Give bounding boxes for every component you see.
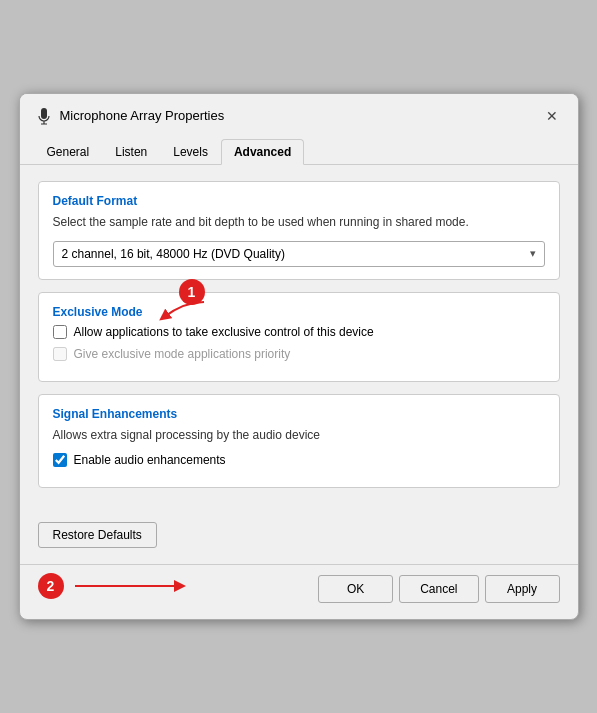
tab-general[interactable]: General <box>34 139 103 165</box>
exclusive-priority-checkbox <box>53 347 67 361</box>
exclusive-control-checkbox[interactable] <box>53 325 67 339</box>
dialog-window: Microphone Array Properties ✕ General Li… <box>19 93 579 621</box>
tab-advanced[interactable]: Advanced <box>221 139 304 165</box>
tab-listen[interactable]: Listen <box>102 139 160 165</box>
signal-enhancements-title: Signal Enhancements <box>53 407 545 421</box>
microphone-icon <box>34 106 54 126</box>
enable-enhancements-label: Enable audio enhancements <box>74 453 226 467</box>
enable-enhancements-row: Enable audio enhancements <box>53 453 545 467</box>
exclusive-mode-title: Exclusive Mode <box>53 305 545 319</box>
format-dropdown-value: 2 channel, 16 bit, 48000 Hz (DVD Quality… <box>62 247 285 261</box>
tab-content: Default Format Select the sample rate an… <box>20 165 578 517</box>
dropdown-arrow-icon: ▾ <box>530 247 536 260</box>
exclusive-mode-section: Exclusive Mode 1 Allow applications to <box>38 292 560 382</box>
cancel-button[interactable]: Cancel <box>399 575 478 603</box>
signal-enhancements-section: Signal Enhancements Allows extra signal … <box>38 394 560 489</box>
title-bar: Microphone Array Properties ✕ <box>20 94 578 128</box>
exclusive-control-row: Allow applications to take exclusive con… <box>53 325 545 339</box>
dialog-buttons-bar: 2 OK Cancel Apply <box>20 564 578 619</box>
restore-defaults-button[interactable]: Restore Defaults <box>38 522 157 548</box>
signal-enhancements-description: Allows extra signal processing by the au… <box>53 427 545 444</box>
window-title: Microphone Array Properties <box>60 108 225 123</box>
format-dropdown[interactable]: 2 channel, 16 bit, 48000 Hz (DVD Quality… <box>53 241 545 267</box>
apply-button[interactable]: Apply <box>485 575 560 603</box>
annotation-badge-2: 2 <box>38 573 64 599</box>
default-format-description: Select the sample rate and bit depth to … <box>53 214 545 231</box>
restore-defaults-area: Restore Defaults <box>20 516 578 562</box>
close-button[interactable]: ✕ <box>540 104 564 128</box>
enable-enhancements-checkbox[interactable] <box>53 453 67 467</box>
ok-button[interactable]: OK <box>318 575 393 603</box>
annotation-badge-1: 1 <box>179 279 205 305</box>
tab-levels[interactable]: Levels <box>160 139 221 165</box>
exclusive-control-label: Allow applications to take exclusive con… <box>74 325 374 339</box>
annotation-arrow-2 <box>70 575 190 597</box>
exclusive-priority-label: Give exclusive mode applications priorit… <box>74 347 291 361</box>
exclusive-priority-row: Give exclusive mode applications priorit… <box>53 347 545 361</box>
tab-bar: General Listen Levels Advanced <box>20 132 578 165</box>
default-format-title: Default Format <box>53 194 545 208</box>
default-format-section: Default Format Select the sample rate an… <box>38 181 560 280</box>
